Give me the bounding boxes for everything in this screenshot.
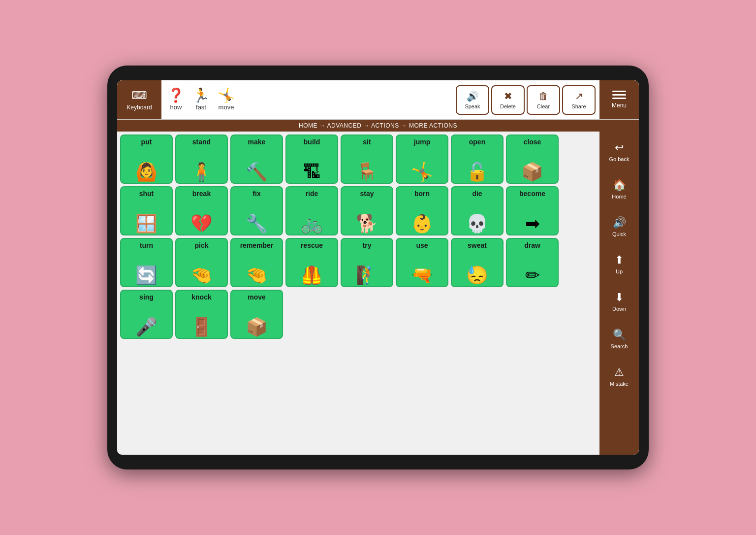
cell-pic: 📦	[246, 318, 268, 336]
cell-label: ride	[306, 190, 318, 197]
grid-row: sing 🎤knock 🚪move 📦	[120, 290, 597, 339]
cell-label: knock	[191, 294, 211, 301]
cell-pic: 😓	[466, 267, 488, 284]
grid-cell-try[interactable]: try 🧗	[341, 238, 393, 287]
grid-cell-use[interactable]: use 🔫	[396, 238, 448, 287]
grid-row: put 🙆stand 🧍make 🔨build 🏗sit 🪑jump 🤸open	[120, 134, 597, 184]
grid-cell-sit[interactable]: sit 🪑	[341, 134, 393, 184]
sidebar-btn-search[interactable]: 🔍 Search	[601, 321, 637, 357]
cell-label: fix	[252, 190, 260, 197]
cell-label: die	[472, 190, 482, 197]
speak-button[interactable]: 🔊 Speak	[456, 85, 489, 115]
keyboard-icon: ⌨	[131, 89, 147, 102]
sentence-word-pic: ❓	[167, 89, 185, 102]
grid-cell-close[interactable]: close 📦	[506, 134, 559, 184]
cell-label: stay	[360, 190, 374, 197]
sidebar-btn-up[interactable]: ⬆ Up	[601, 246, 637, 282]
delete-button[interactable]: ✖ Delete	[491, 85, 525, 115]
cell-pic: 📦	[521, 163, 543, 181]
grid-cell-sweat[interactable]: sweat 😓	[451, 238, 504, 287]
grid-cell-draw[interactable]: draw ✏	[506, 238, 559, 287]
top-bar: ⌨ Keyboard ❓ how🏃 fast🤸 move 🔊 Speak✖ De…	[117, 80, 639, 120]
menu-button[interactable]: Menu	[599, 80, 639, 119]
sentence-word[interactable]: 🏃 fast	[192, 89, 210, 111]
breadcrumb: HOME → ADVANCED → ACTIONS → MORE ACTIONS	[117, 120, 639, 132]
grid-cell-knock[interactable]: knock 🚪	[175, 290, 228, 339]
share-button[interactable]: ↗ Share	[562, 85, 596, 115]
grid-cell-stay[interactable]: stay 🐕	[341, 186, 393, 235]
grid-cell-move[interactable]: move 📦	[230, 290, 283, 339]
keyboard-label: Keyboard	[126, 104, 152, 111]
clear-label: Clear	[537, 103, 550, 109]
sentence-word[interactable]: ❓ how	[167, 89, 185, 111]
grid-cell-ride[interactable]: ride 🚲	[285, 186, 338, 235]
sidebar-btn-mistake[interactable]: ⚠ Mistake	[601, 358, 637, 395]
cell-pic: 💀	[466, 215, 488, 233]
cell-pic: 💔	[190, 215, 213, 233]
cell-label: sing	[139, 294, 154, 301]
search-icon: 🔍	[613, 329, 626, 341]
sentence-word[interactable]: 🤸 move	[218, 89, 235, 111]
cell-pic: 👶	[411, 215, 433, 233]
cell-label: build	[304, 138, 320, 145]
go back-label: Go back	[609, 156, 630, 162]
sidebar-btn-down[interactable]: ⬇ Down	[601, 283, 637, 320]
cell-label: make	[248, 138, 266, 145]
cell-pic: 🔧	[246, 215, 268, 233]
cell-label: open	[469, 138, 485, 145]
grid-cell-remember[interactable]: remember 🤏	[230, 238, 283, 287]
cell-pic: 🔨	[246, 163, 268, 181]
quick-icon: 🔊	[613, 216, 626, 229]
grid-cell-sing[interactable]: sing 🎤	[120, 290, 173, 339]
speak-icon: 🔊	[467, 90, 479, 102]
down-icon: ⬇	[615, 291, 624, 304]
cell-label: stand	[192, 138, 211, 145]
cell-label: try	[363, 242, 372, 249]
grid-cell-jump[interactable]: jump 🤸	[396, 134, 448, 184]
cell-pic: 🔫	[411, 267, 433, 284]
clear-button[interactable]: 🗑 Clear	[527, 85, 560, 115]
share-label: Share	[571, 103, 586, 109]
cell-label: move	[248, 294, 266, 301]
grid-cell-build[interactable]: build 🏗	[285, 134, 338, 184]
cell-pic: ➡	[525, 215, 540, 233]
sentence-word-label: fast	[196, 103, 206, 111]
cell-label: turn	[140, 242, 153, 249]
cell-pic: 🤏	[246, 267, 268, 284]
grid-cell-break[interactable]: break 💔	[175, 186, 228, 235]
grid-cell-rescue[interactable]: rescue 🦺	[285, 238, 338, 287]
screen: ⌨ Keyboard ❓ how🏃 fast🤸 move 🔊 Speak✖ De…	[117, 80, 639, 455]
grid-cell-put[interactable]: put 🙆	[120, 134, 173, 184]
cell-pic: 🤏	[190, 267, 213, 284]
tablet-device: ⌨ Keyboard ❓ how🏃 fast🤸 move 🔊 Speak✖ De…	[107, 66, 649, 469]
cell-pic: 🔓	[466, 163, 488, 181]
clear-icon: 🗑	[538, 91, 548, 102]
cell-label: pick	[194, 242, 208, 249]
home-icon: 🏠	[613, 179, 626, 192]
keyboard-button[interactable]: ⌨ Keyboard	[117, 80, 161, 119]
cell-label: break	[192, 190, 211, 197]
speak-label: Speak	[465, 103, 480, 109]
grid-cell-turn[interactable]: turn 🔄	[120, 238, 173, 287]
delete-icon: ✖	[504, 90, 512, 102]
grid-cell-pick[interactable]: pick 🤏	[175, 238, 228, 287]
grid-cell-die[interactable]: die 💀	[451, 186, 504, 235]
cell-pic: 🪑	[356, 163, 378, 181]
sidebar-btn-go-back[interactable]: ↩ Go back	[601, 134, 637, 170]
up-icon: ⬆	[615, 254, 624, 267]
grid-cell-fix[interactable]: fix 🔧	[230, 186, 283, 235]
grid-cell-shut[interactable]: shut 🪟	[120, 186, 173, 235]
grid-cell-born[interactable]: born 👶	[396, 186, 448, 235]
search-label: Search	[611, 343, 628, 349]
sentence-word-pic: 🏃	[192, 89, 210, 102]
grid-cell-make[interactable]: make 🔨	[230, 134, 283, 184]
grid-cell-become[interactable]: become ➡	[506, 186, 559, 235]
grid-row: shut 🪟break 💔fix 🔧ride 🚲stay 🐕born 👶die	[120, 186, 597, 235]
sentence-area: ❓ how🏃 fast🤸 move	[161, 80, 452, 119]
grid-cell-open[interactable]: open 🔓	[451, 134, 504, 184]
sentence-word-label: move	[219, 103, 234, 111]
grid-row: turn 🔄pick 🤏remember 🤏rescue 🦺try 🧗use 🔫…	[120, 238, 597, 287]
grid-cell-stand[interactable]: stand 🧍	[175, 134, 228, 184]
sidebar-btn-quick[interactable]: 🔊 Quick	[601, 208, 637, 245]
sidebar-btn-home[interactable]: 🏠 Home	[601, 171, 637, 207]
